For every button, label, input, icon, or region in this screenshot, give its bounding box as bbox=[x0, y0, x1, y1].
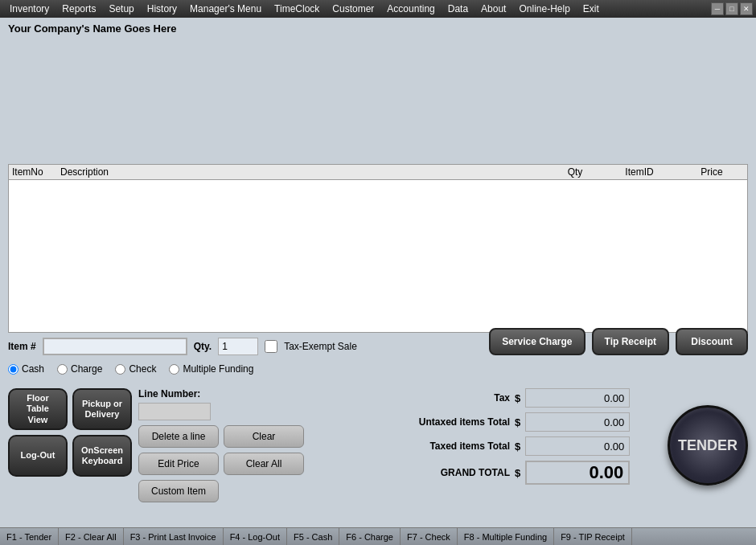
statusbar: F1 - Tender F2 - Clear All F3 - Print La… bbox=[0, 527, 756, 545]
status-f2[interactable]: F2 - Clear All bbox=[59, 528, 124, 545]
payment-charge[interactable]: Charge bbox=[57, 363, 102, 375]
menu-data[interactable]: Data bbox=[442, 2, 475, 16]
order-table: ItemNo Description Qty ItemID Price bbox=[8, 164, 748, 333]
payment-row: Cash Charge Check Multiple Funding bbox=[0, 360, 756, 378]
restore-button[interactable]: □ bbox=[725, 2, 738, 15]
clear-all-button[interactable]: Clear All bbox=[224, 453, 304, 475]
discount-button[interactable]: Discount bbox=[676, 328, 748, 355]
company-name: Your Company's Name Goes Here bbox=[0, 18, 756, 39]
status-f3[interactable]: F3 - Print Last Invoice bbox=[124, 528, 224, 545]
check-label: Check bbox=[129, 363, 156, 375]
qty-input[interactable] bbox=[218, 338, 258, 355]
close-button[interactable]: ✕ bbox=[740, 2, 753, 15]
item-label: Item # bbox=[8, 341, 36, 352]
tax-exempt-checkbox[interactable] bbox=[265, 340, 277, 353]
action-buttons: Service Charge Tip Receipt Discount bbox=[489, 328, 748, 355]
tax-value: 0.00 bbox=[525, 388, 630, 408]
menu-managers-menu[interactable]: Manager's Menu bbox=[183, 2, 268, 16]
charge-label: Charge bbox=[71, 363, 102, 375]
tax-row: Tax $ 0.00 bbox=[397, 388, 655, 408]
menubar: Inventory Reports Setup History Manager'… bbox=[0, 0, 756, 18]
mid-section: Line Number: Delete a line Edit Price Cu… bbox=[138, 388, 304, 502]
grand-total-row: GRAND TOTAL $ 0.00 bbox=[397, 461, 655, 485]
table-header: ItemNo Description Qty ItemID Price bbox=[9, 165, 747, 180]
minimize-button[interactable]: ─ bbox=[711, 2, 724, 15]
window-controls: ─ □ ✕ bbox=[711, 2, 753, 15]
onscreen-keyboard-button[interactable]: OnScreenKeyboard bbox=[72, 435, 132, 477]
menu-timeclock[interactable]: TimeClock bbox=[268, 2, 326, 16]
menu-accounting[interactable]: Accounting bbox=[380, 2, 441, 16]
line-number-label: Line Number: bbox=[138, 388, 304, 400]
menu-about[interactable]: About bbox=[475, 2, 512, 16]
line-number-section: Line Number: bbox=[138, 388, 304, 420]
delete-line-button[interactable]: Delete a line bbox=[138, 425, 219, 448]
floor-table-button[interactable]: FloorTableView bbox=[8, 388, 68, 430]
payment-multiple[interactable]: Multiple Funding bbox=[169, 363, 253, 375]
status-f6[interactable]: F6 - Charge bbox=[339, 528, 401, 545]
pickup-delivery-button[interactable]: Pickup orDelivery bbox=[72, 388, 132, 430]
line-number-input[interactable] bbox=[138, 403, 211, 420]
totals-section: Tax $ 0.00 Untaxed items Total $ 0.00 Ta… bbox=[397, 388, 655, 485]
taxed-dollar: $ bbox=[515, 441, 520, 453]
mid-col-left: Delete a line Edit Price Custom Item bbox=[138, 425, 219, 502]
payment-check[interactable]: Check bbox=[115, 363, 156, 375]
menu-exit[interactable]: Exit bbox=[577, 2, 606, 16]
cash-label: Cash bbox=[22, 363, 44, 375]
menu-setup[interactable]: Setup bbox=[102, 2, 140, 16]
cash-radio[interactable] bbox=[8, 364, 18, 375]
taxed-row: Taxed items Total $ 0.00 bbox=[397, 436, 655, 456]
col-price: Price bbox=[680, 166, 744, 178]
status-f1[interactable]: F1 - Tender bbox=[0, 528, 59, 545]
payment-cash[interactable]: Cash bbox=[8, 363, 44, 375]
tax-dollar: $ bbox=[515, 392, 520, 404]
col-itemno: ItemNo bbox=[12, 166, 60, 178]
grand-total-value: 0.00 bbox=[525, 461, 630, 485]
multiple-label: Multiple Funding bbox=[183, 363, 253, 375]
col-description: Description bbox=[60, 166, 551, 178]
service-charge-button[interactable]: Service Charge bbox=[489, 328, 585, 355]
col-qty: Qty bbox=[551, 166, 599, 178]
menu-history[interactable]: History bbox=[141, 2, 183, 16]
charge-radio[interactable] bbox=[57, 364, 68, 375]
menu-online-help[interactable]: Online-Help bbox=[512, 2, 576, 16]
mid-buttons: Delete a line Edit Price Custom Item Cle… bbox=[138, 425, 304, 502]
logout-button[interactable]: Log-Out bbox=[8, 435, 68, 477]
tip-receipt-button[interactable]: Tip Receipt bbox=[592, 328, 669, 355]
left-col: FloorTableView Pickup orDelivery Log-Out… bbox=[8, 388, 132, 502]
taxed-label: Taxed items Total bbox=[397, 441, 510, 452]
taxed-value: 0.00 bbox=[525, 436, 630, 456]
status-f4[interactable]: F4 - Log-Out bbox=[224, 528, 287, 545]
custom-item-button[interactable]: Custom Item bbox=[138, 480, 219, 502]
right-area: Tax $ 0.00 Untaxed items Total $ 0.00 Ta… bbox=[397, 388, 748, 502]
status-f8[interactable]: F8 - Multiple Funding bbox=[458, 528, 554, 545]
bottom-panel: FloorTableView Pickup orDelivery Log-Out… bbox=[0, 382, 756, 509]
banner-area bbox=[0, 39, 756, 164]
item-input[interactable] bbox=[43, 338, 187, 355]
untaxed-value: 0.00 bbox=[525, 412, 630, 432]
col-itemid: ItemID bbox=[599, 166, 680, 178]
grand-total-label: GRAND TOTAL bbox=[397, 467, 510, 478]
status-f7[interactable]: F7 - Check bbox=[401, 528, 458, 545]
multiple-radio[interactable] bbox=[169, 364, 179, 375]
untaxed-row: Untaxed items Total $ 0.00 bbox=[397, 412, 655, 432]
tax-label: Tax bbox=[397, 392, 510, 404]
untaxed-dollar: $ bbox=[515, 416, 520, 428]
untaxed-label: Untaxed items Total bbox=[397, 416, 510, 428]
edit-price-button[interactable]: Edit Price bbox=[138, 453, 219, 475]
grand-dollar: $ bbox=[515, 467, 520, 479]
check-radio[interactable] bbox=[115, 364, 125, 375]
status-f5[interactable]: F5 - Cash bbox=[287, 528, 339, 545]
status-f9[interactable]: F9 - TIP Receipt bbox=[554, 528, 632, 545]
clear-button[interactable]: Clear bbox=[224, 425, 304, 448]
tax-exempt-label: Tax-Exempt Sale bbox=[284, 341, 357, 352]
qty-label: Qty. bbox=[194, 341, 212, 352]
tender-button[interactable]: TENDER bbox=[668, 405, 748, 486]
table-body bbox=[9, 180, 747, 325]
menu-inventory[interactable]: Inventory bbox=[3, 2, 55, 16]
mid-col-right: Clear Clear All bbox=[224, 425, 304, 502]
menu-customer[interactable]: Customer bbox=[326, 2, 380, 16]
menu-reports[interactable]: Reports bbox=[55, 2, 102, 16]
